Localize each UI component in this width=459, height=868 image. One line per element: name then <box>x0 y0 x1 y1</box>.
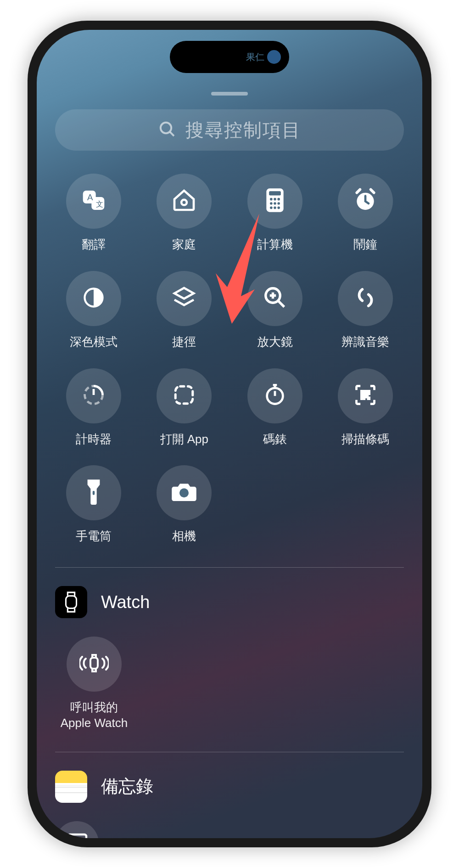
stopwatch-icon <box>263 383 287 409</box>
control-alarm[interactable]: 鬧鐘 <box>327 174 404 253</box>
svg-rect-32 <box>366 391 369 394</box>
control-label: 翻譯 <box>82 237 106 253</box>
control-label: 鬧鐘 <box>353 237 377 253</box>
control-partial-item[interactable] <box>55 821 99 838</box>
home-icon <box>171 187 197 215</box>
svg-point-15 <box>270 207 273 209</box>
control-timer[interactable]: 計時器 <box>55 368 132 447</box>
phone-screen: 果仁 搜尋控制項目 A文 <box>37 30 422 838</box>
ping-watch-icon <box>79 651 109 677</box>
svg-point-6 <box>181 200 187 205</box>
freeform-icon <box>66 833 88 838</box>
watch-app-icon <box>55 586 87 618</box>
open-app-icon <box>173 383 196 408</box>
svg-point-12 <box>270 202 273 205</box>
phone-frame: 果仁 搜尋控制項目 A文 <box>28 21 431 847</box>
svg-point-37 <box>179 489 189 498</box>
watch-section-header: Watch <box>55 586 404 618</box>
svg-rect-36 <box>93 491 95 495</box>
svg-point-16 <box>274 207 276 209</box>
timer-icon <box>82 383 106 409</box>
search-icon <box>158 120 176 140</box>
control-label: 深色模式 <box>70 334 118 350</box>
svg-text:A: A <box>87 192 93 202</box>
darkmode-icon <box>82 286 106 311</box>
svg-rect-8 <box>269 191 281 195</box>
control-stopwatch[interactable]: 碼錶 <box>236 368 313 447</box>
control-scan-code[interactable]: 掃描條碼 <box>327 368 404 447</box>
shortcuts-icon <box>171 285 197 312</box>
svg-text:文: 文 <box>95 200 103 208</box>
svg-point-10 <box>274 198 276 201</box>
svg-point-17 <box>277 207 280 209</box>
svg-rect-35 <box>368 397 369 399</box>
control-recognize-music[interactable]: 辨識音樂 <box>327 271 404 350</box>
control-shortcuts[interactable]: 捷徑 <box>146 271 223 350</box>
magnifier-icon <box>263 285 287 312</box>
alarm-icon <box>353 187 378 215</box>
control-label: 碼錶 <box>263 432 287 447</box>
control-label: 放大鏡 <box>257 334 293 350</box>
svg-rect-38 <box>66 596 76 609</box>
flashlight-icon <box>84 479 103 507</box>
search-placeholder: 搜尋控制項目 <box>185 118 301 143</box>
shazam-icon <box>353 285 378 312</box>
control-label: 打開 App <box>160 432 209 447</box>
svg-line-1 <box>170 132 174 136</box>
control-flashlight[interactable]: 手電筒 <box>55 465 132 544</box>
control-label: 捷徑 <box>172 334 196 350</box>
control-calculator[interactable]: 計算機 <box>236 174 313 253</box>
control-label: 手電筒 <box>76 529 112 544</box>
svg-rect-26 <box>176 386 193 404</box>
qr-scan-icon <box>353 383 377 409</box>
svg-point-9 <box>270 198 273 201</box>
control-label: 計算機 <box>257 237 293 253</box>
control-label: 掃描條碼 <box>341 432 389 447</box>
svg-point-11 <box>277 198 280 201</box>
svg-rect-39 <box>90 658 98 669</box>
sheet-handle[interactable] <box>211 92 248 96</box>
search-input[interactable]: 搜尋控制項目 <box>55 109 404 151</box>
control-label: 相機 <box>172 529 196 544</box>
control-label: 家庭 <box>172 237 196 253</box>
svg-line-21 <box>279 301 284 307</box>
island-text: 果仁 <box>246 51 264 63</box>
translate-icon: A文 <box>81 187 106 215</box>
svg-rect-33 <box>362 396 365 399</box>
svg-rect-40 <box>68 834 86 838</box>
control-darkmode[interactable]: 深色模式 <box>55 271 132 350</box>
svg-rect-31 <box>362 391 365 394</box>
control-magnifier[interactable]: 放大鏡 <box>236 271 313 350</box>
control-camera[interactable]: 相機 <box>146 465 223 544</box>
control-label: 呼叫我的 Apple Watch <box>61 700 128 731</box>
control-ping-watch[interactable]: 呼叫我的 Apple Watch <box>55 637 133 731</box>
notes-app-icon <box>55 771 87 803</box>
controls-grid: A文 翻譯 家庭 計算機 <box>55 174 404 544</box>
camera-icon <box>171 481 197 505</box>
calculator-icon <box>263 187 286 215</box>
section-divider <box>55 752 404 752</box>
section-title: Watch <box>101 592 150 612</box>
dynamic-island: 果仁 <box>170 41 289 73</box>
section-divider <box>55 567 404 568</box>
control-label: 辨識音樂 <box>341 334 389 350</box>
control-open-app[interactable]: 打開 App <box>146 368 223 447</box>
island-avatar-icon <box>267 50 281 64</box>
control-gallery-sheet: 搜尋控制項目 A文 翻譯 家庭 <box>37 92 422 838</box>
svg-point-0 <box>161 123 171 133</box>
svg-point-14 <box>277 202 280 205</box>
svg-point-13 <box>274 202 276 205</box>
section-title: 備忘錄 <box>101 775 153 798</box>
control-home[interactable]: 家庭 <box>146 174 223 253</box>
control-label: 計時器 <box>76 432 112 447</box>
control-translate[interactable]: A文 翻譯 <box>55 174 132 253</box>
notes-section-header: 備忘錄 <box>55 771 404 803</box>
